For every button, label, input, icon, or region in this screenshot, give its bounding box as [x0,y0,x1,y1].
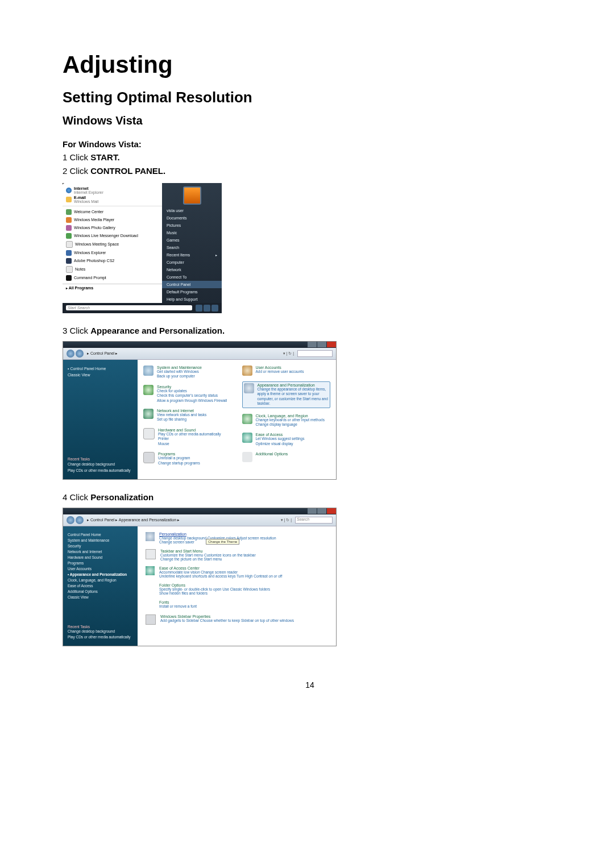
cp-category[interactable]: ProgramsUninstall a programChange startu… [143,452,232,466]
start-right-item[interactable]: Recent Items [162,251,222,259]
start-recent-item[interactable]: Windows Explorer [66,249,159,257]
cp-category[interactable]: System and MaintenanceGet started with W… [143,366,232,379]
ap-category[interactable]: Folder OptionsSpecify single- or double-… [146,583,328,595]
nav-forward-button[interactable] [76,516,84,524]
start-right-item[interactable]: Games [162,236,222,244]
ap-sidebar-item[interactable]: Hardware and Sound [68,555,133,560]
close-button[interactable] [327,508,336,514]
start-right-item[interactable]: Default Programs [162,288,222,296]
start-right-item[interactable]: Control Panel [162,281,222,288]
page-title: Adjusting [63,51,557,78]
start-recent-item[interactable]: Notes [66,265,159,274]
cp-category[interactable]: Hardware and SoundPlay CDs or other medi… [143,428,232,446]
recent-task-2[interactable]: Play CDs or other media automatically [68,634,133,640]
ap-sidebar-item[interactable]: System and Maintenance [68,538,133,543]
search-input[interactable]: Search [295,517,333,524]
section-title: Setting Optimal Resolution [63,89,557,106]
maximize-button[interactable] [317,508,326,514]
sidebar-cp-home[interactable]: Control Panel Home [68,366,133,372]
toolbar-pager[interactable]: ▾ | ↻ | [283,351,294,356]
ap-sidebar-item[interactable]: Additional Options [68,589,133,595]
ap-sidebar-item[interactable]: Clock, Language, and Region [68,578,133,583]
start-right-item[interactable]: Connect To [162,273,222,281]
all-programs[interactable]: All Programs [63,284,162,292]
start-pinned-item[interactable]: InternetInternet Explorer [66,186,159,195]
start-recent-item[interactable]: Windows Photo Gallery [66,224,159,232]
tooltip: Change the Theme [206,539,239,545]
msn-icon [66,233,72,239]
ap-category[interactable]: Windows Sidebar PropertiesAdd gadgets to… [146,614,328,625]
mail-icon [66,197,72,202]
nav-back-button[interactable] [67,350,74,358]
ap-sidebar-item[interactable]: Control Panel Home [68,532,133,538]
add-icon [242,452,252,462]
app-icon [244,383,254,393]
cp-category[interactable]: Ease of AccessLet Windows suggest settin… [242,433,331,446]
nav-forward-button[interactable] [76,350,84,358]
start-right-item[interactable]: Help and Support [162,296,222,303]
cp-category[interactable]: Additional Options [242,452,331,462]
ap-sidebar-item[interactable]: User Accounts [68,566,133,572]
start-recent-item[interactable]: Windows Media Player [66,216,159,224]
ps-icon [66,258,72,264]
recent-task-1[interactable]: Change desktop background [68,629,133,634]
ap-category[interactable]: Ease of Access CenterAccommodate low vis… [146,566,328,578]
start-recent-item[interactable]: Welcome Center [66,208,159,216]
start-right-item[interactable]: Search [162,244,222,251]
cp-category[interactable]: Clock, Language, and RegionChange keyboa… [242,414,331,427]
figure-appearance-personalization: ▸ Control Panel ▸ Appearance and Persona… [63,508,337,646]
minimize-button[interactable] [308,508,317,514]
ap-sidebar-item[interactable]: Programs [68,560,133,566]
cp-category[interactable]: User AccountsAdd or remove user accounts [242,366,331,376]
search-input[interactable] [297,350,333,357]
start-right-item[interactable]: Computer [162,259,222,266]
ap-sidebar-item[interactable]: Security [68,543,133,549]
toolbar-pager[interactable]: ▾ | ↻ | [281,518,292,522]
category-icon [146,566,155,575]
step-4: 4 Click Personalization [63,492,557,502]
ap-sidebar-item[interactable]: Appearance and Personalization [68,572,133,578]
cp-category[interactable]: Network and InternetView network status … [143,409,232,422]
window-titlebar [63,508,336,514]
minimize-button[interactable] [308,342,317,347]
category-icon [146,549,156,559]
sec-icon [143,385,154,395]
breadcrumb[interactable]: ▸ Control Panel ▸ Appearance and Persona… [87,518,180,522]
category-icon [146,532,155,541]
note-icon [66,241,73,248]
start-search-input[interactable]: Start Search [66,305,192,310]
power-buttons[interactable] [196,305,218,312]
prg-icon [143,452,155,463]
ap-category[interactable]: FontsInstall or remove a font [146,600,328,609]
close-button[interactable] [327,342,336,347]
start-recent-item[interactable]: Windows Meeting Space [66,240,159,249]
start-recent-item[interactable]: Adobe Photoshop CS2 [66,257,159,265]
start-right-item[interactable]: Documents [162,214,222,222]
category-icon [146,614,156,625]
maximize-button[interactable] [317,342,326,347]
sys-icon [143,366,154,376]
nav-back-button[interactable] [67,516,74,524]
sidebar-classic-view[interactable]: Classic View [68,372,133,378]
category-icon [146,600,155,609]
user-avatar[interactable] [183,186,201,205]
ap-category[interactable]: Taskbar and Start MenuCustomize the Star… [146,549,328,561]
start-right-item[interactable]: Music [162,229,222,236]
recent-task-1[interactable]: Change desktop background [68,461,133,467]
start-right-item[interactable]: Pictures [162,222,222,229]
ap-sidebar-item[interactable]: Network and Internet [68,549,133,555]
ap-sidebar-item[interactable]: Ease of Access [68,583,133,589]
start-pinned-item[interactable]: E-mailWindows Mail [66,195,159,204]
recent-tasks-heading: Recent Tasks [68,457,133,461]
user-name[interactable]: vista user [162,207,222,214]
recent-task-2[interactable]: Play CDs or other media automatically [68,467,133,474]
dos-icon [66,275,72,281]
cp-category[interactable]: SecurityCheck for updatesCheck this comp… [143,385,232,403]
ap-sidebar-item[interactable]: Classic View [68,595,133,600]
cp-category[interactable]: Appearance and PersonalizationChange the… [242,381,331,408]
start-right-item[interactable]: Network [162,266,222,273]
start-recent-item[interactable]: Command Prompt [66,274,159,282]
start-recent-item[interactable]: Windows Live Messenger Download [66,232,159,240]
breadcrumb[interactable]: ▸ Control Panel ▸ [87,351,118,356]
note-icon [66,266,73,273]
